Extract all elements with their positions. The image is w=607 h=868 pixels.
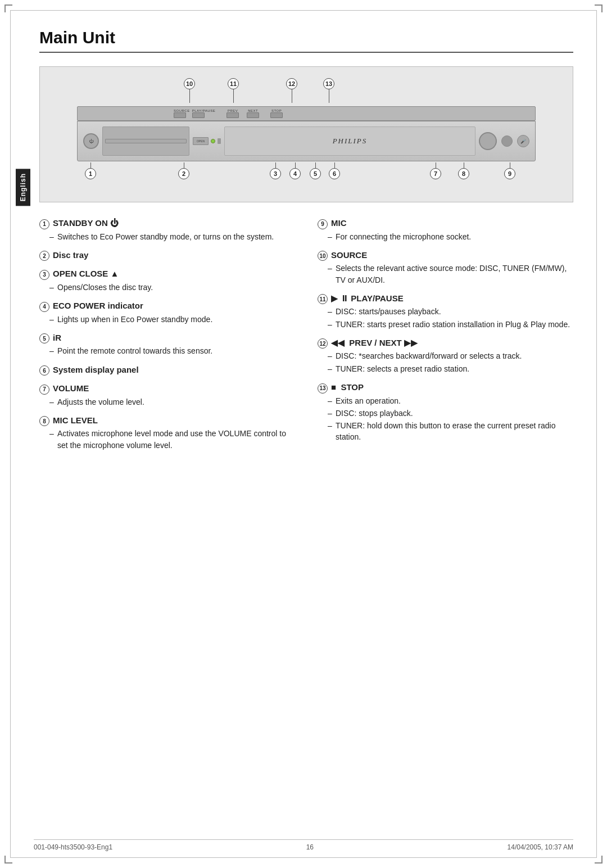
corner-bl: [4, 856, 12, 864]
title-11: ▶ ⏸ PLAY/PAUSE: [331, 293, 404, 304]
callout-9: 9: [504, 168, 515, 179]
device-diagram: 10 11 12 13: [76, 78, 537, 186]
callout-12: 12: [286, 78, 297, 89]
footer-doc-ref: 001-049-hts3500-93-Eng1: [34, 843, 112, 851]
desc-item-9: 9 MIC For connecting the microphone sock…: [318, 218, 573, 242]
title-13: ■ STOP: [331, 382, 364, 392]
badge-5: 5: [39, 333, 49, 343]
badge-12: 12: [318, 338, 328, 349]
page-title: Main Unit: [39, 28, 573, 53]
corner-tr: [595, 4, 603, 12]
desc-item-1: 1 STANDBY ON ⏻ Switches to Eco Power sta…: [39, 218, 295, 242]
bullet-12-2: TUNER: selects a preset radio station.: [328, 363, 573, 374]
badge-7: 7: [39, 385, 49, 395]
philips-logo: PHILIPS: [333, 137, 368, 146]
title-6: System display panel: [53, 365, 139, 374]
bullet-9-1: For connecting the microphone socket.: [328, 231, 573, 242]
badge-6: 6: [39, 365, 49, 376]
callout-7: 7: [430, 168, 441, 179]
title-9: MIC: [331, 218, 347, 228]
footer-page-num: 16: [306, 843, 314, 851]
bullet-13-3: TUNER: hold down this button to erase th…: [328, 420, 573, 443]
badge-9: 9: [318, 219, 328, 229]
desc-col-left: 1 STANDBY ON ⏻ Switches to Eco Power sta…: [39, 218, 295, 459]
title-7: VOLUME: [53, 383, 89, 393]
badge-3: 3: [39, 270, 49, 280]
bullet-12-1: DISC: *searches backward/forward or sele…: [328, 350, 573, 361]
callout-2: 2: [178, 168, 189, 179]
badge-8: 8: [39, 416, 49, 426]
bullet-8-1: Activates microphone level mode and use …: [49, 428, 295, 451]
desc-col-right: 9 MIC For connecting the microphone sock…: [318, 218, 573, 459]
corner-br: [595, 856, 603, 864]
bullet-11-2: TUNER: starts preset radio station insta…: [328, 319, 573, 330]
desc-item-10: 10 SOURCE Selects the relevant active so…: [318, 250, 573, 286]
bullet-5-1: Point the remote control towards this se…: [49, 345, 295, 356]
desc-item-3: 3 OPEN CLOSE ▲ Opens/Closes the disc tra…: [39, 269, 295, 293]
badge-2: 2: [39, 251, 49, 261]
desc-item-13: 13 ■ STOP Exits an operation. DISC: stop…: [318, 382, 573, 443]
badge-4: 4: [39, 302, 49, 312]
bullet-13-1: Exits an operation.: [328, 395, 573, 406]
callout-5: 5: [310, 168, 321, 179]
title-1: STANDBY ON ⏻: [53, 218, 119, 228]
desc-item-2: 2 Disc tray: [39, 250, 295, 261]
desc-item-12: 12 ◀◀ PREV / NEXT ▶▶ DISC: *searches bac…: [318, 338, 573, 374]
desc-item-4: 4 ECO POWER indicator Lights up when in …: [39, 301, 295, 325]
desc-item-8: 8 MIC LEVEL Activates microphone level m…: [39, 415, 295, 451]
title-3: OPEN CLOSE ▲: [53, 269, 119, 278]
desc-item-6: 6 System display panel: [39, 365, 295, 376]
callout-3: 3: [270, 168, 281, 179]
title-8: MIC LEVEL: [53, 415, 98, 425]
bullet-7-1: Adjusts the volume level.: [49, 396, 295, 408]
descriptions-area: 1 STANDBY ON ⏻ Switches to Eco Power sta…: [39, 218, 573, 459]
sidebar-language-label: English: [16, 169, 30, 206]
bullet-10-1: Selects the relevant active source mode:…: [328, 263, 573, 286]
bullet-11-1: DISC: starts/pauses playback.: [328, 306, 573, 317]
main-content: Main Unit 10 11 12: [39, 28, 573, 459]
bullet-3-1: Opens/Closes the disc tray.: [49, 282, 295, 293]
page-footer: 001-049-hts3500-93-Eng1 16 14/04/2005, 1…: [34, 839, 573, 851]
badge-11: 11: [318, 294, 328, 304]
badge-10: 10: [318, 251, 328, 261]
title-10: SOURCE: [331, 250, 367, 260]
title-5: iR: [53, 333, 61, 342]
bullet-4-1: Lights up when in Eco Power standby mode…: [49, 314, 295, 325]
callout-11: 11: [228, 78, 239, 89]
corner-tl: [4, 4, 12, 12]
desc-item-11: 11 ▶ ⏸ PLAY/PAUSE DISC: starts/pauses pl…: [318, 293, 573, 330]
bullet-1-1: Switches to Eco Power standby mode, or t…: [49, 231, 295, 242]
title-4: ECO POWER indicator: [53, 301, 143, 310]
title-2: Disc tray: [53, 250, 88, 260]
badge-1: 1: [39, 219, 49, 229]
device-image-area: 10 11 12 13: [39, 66, 573, 202]
footer-date: 14/04/2005, 10:37 AM: [508, 843, 573, 851]
callout-6: 6: [329, 168, 340, 179]
title-12: ◀◀ PREV / NEXT ▶▶: [331, 338, 418, 348]
bullet-13-2: DISC: stops playback.: [328, 408, 573, 419]
callout-10: 10: [184, 78, 195, 89]
badge-13: 13: [318, 383, 328, 394]
callout-1: 1: [85, 168, 96, 179]
callout-4: 4: [289, 168, 301, 179]
callout-13: 13: [323, 78, 334, 89]
desc-item-7: 7 VOLUME Adjusts the volume level.: [39, 383, 295, 408]
callout-8: 8: [458, 168, 469, 179]
desc-item-5: 5 iR Point the remote control towards th…: [39, 333, 295, 357]
